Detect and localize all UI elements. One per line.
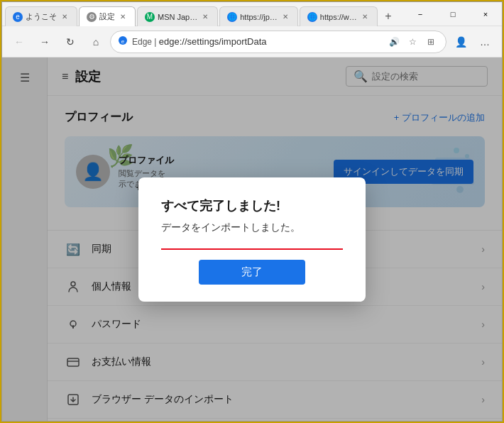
svg-text:e: e <box>121 38 125 45</box>
address-bar[interactable]: e Edge | edge://settings/importData 🔊 ☆ … <box>110 31 447 53</box>
dialog-footer: 完了 <box>161 248 343 285</box>
modal-overlay: すべて完了しました! データをインポートしました。 完了 <box>2 57 502 421</box>
tab-close-youkoso[interactable]: ✕ <box>60 12 70 21</box>
back-button[interactable]: ← <box>8 31 31 53</box>
more-button[interactable]: … <box>473 31 496 53</box>
read-aloud-icon[interactable]: 🔊 <box>386 34 402 50</box>
tab-strip: e ようこそ ✕ ⚙ 設定 ✕ M MSN Jap… ✕ 🌐 https://j… <box>2 2 404 26</box>
dialog-title: すべて完了しました! <box>161 197 343 214</box>
address-text: Edge | edge://settings/importData <box>132 36 382 47</box>
address-right-icons: 🔊 ☆ ⊞ <box>386 34 439 50</box>
tab-settings[interactable]: ⚙ 設定 ✕ <box>79 6 136 26</box>
completion-dialog: すべて完了しました! データをインポートしました。 完了 <box>138 177 366 302</box>
toolbar-right: 👤 … <box>449 31 496 53</box>
new-tab-button[interactable]: + <box>379 7 398 26</box>
tab-w[interactable]: 🌐 https://w… ✕ <box>300 6 378 26</box>
tab-close-w[interactable]: ✕ <box>360 12 370 21</box>
titlebar: e ようこそ ✕ ⚙ 設定 ✕ M MSN Jap… ✕ 🌐 https://j… <box>2 2 502 26</box>
close-button[interactable]: × <box>469 2 502 26</box>
tab-close-msn[interactable]: ✕ <box>200 12 210 21</box>
tab-youkoso[interactable]: e ようこそ ✕ <box>5 6 77 26</box>
favorites-icon[interactable]: ☆ <box>405 34 420 50</box>
tab-close-settings[interactable]: ✕ <box>118 12 128 21</box>
window-controls: − □ × <box>404 2 502 26</box>
collections-icon[interactable]: ⊞ <box>423 34 439 50</box>
tab-close-jp[interactable]: ✕ <box>280 12 290 21</box>
toolbar: ← → ↻ ⌂ e Edge | edge://settings/importD… <box>2 26 502 57</box>
home-button[interactable]: ⌂ <box>84 31 107 53</box>
profile-button[interactable]: 👤 <box>449 31 472 53</box>
maximize-button[interactable]: □ <box>437 2 469 26</box>
forward-button[interactable]: → <box>33 31 56 53</box>
dialog-done-button[interactable]: 完了 <box>199 260 305 285</box>
minimize-button[interactable]: − <box>404 2 437 26</box>
content-area: ☰ ≡ 設定 🔍 プロフィール + プロフィールの追加 🌿 <box>2 57 502 421</box>
tab-jp[interactable]: 🌐 https://jp… ✕ <box>219 6 298 26</box>
refresh-button[interactable]: ↻ <box>59 31 82 53</box>
dialog-message: データをインポートしました。 <box>161 221 343 234</box>
edge-icon: e <box>118 35 128 48</box>
browser-window: e ようこそ ✕ ⚙ 設定 ✕ M MSN Jap… ✕ 🌐 https://j… <box>1 1 503 422</box>
tab-msn[interactable]: M MSN Jap… ✕ <box>137 6 218 26</box>
